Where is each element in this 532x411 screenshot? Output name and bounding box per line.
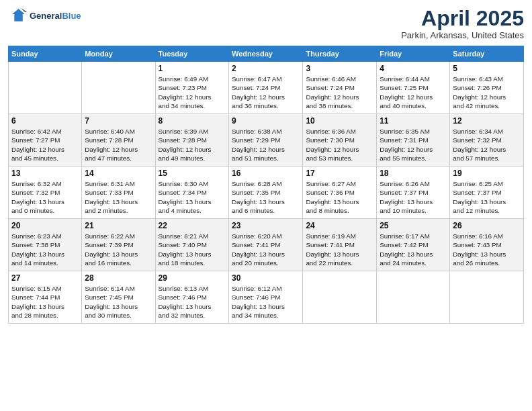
day-number: 8 bbox=[159, 116, 226, 126]
day-number: 22 bbox=[159, 221, 226, 230]
calendar-cell: 7Sunrise: 6:40 AM Sunset: 7:28 PM Daylig… bbox=[82, 114, 155, 167]
day-info: Sunrise: 6:13 AM Sunset: 7:46 PM Dayligh… bbox=[159, 284, 226, 320]
day-info: Sunrise: 6:25 AM Sunset: 7:37 PM Dayligh… bbox=[453, 179, 521, 215]
location: Parkin, Arkansas, United States bbox=[401, 30, 524, 40]
weekday-header-saturday: Saturday bbox=[450, 46, 524, 62]
calendar-cell: 19Sunrise: 6:25 AM Sunset: 7:37 PM Dayli… bbox=[450, 167, 524, 219]
calendar-week-1: 1Sunrise: 6:49 AM Sunset: 7:23 PM Daylig… bbox=[9, 62, 524, 114]
calendar-cell: 6Sunrise: 6:42 AM Sunset: 7:27 PM Daylig… bbox=[9, 114, 82, 167]
calendar-cell: 29Sunrise: 6:13 AM Sunset: 7:46 PM Dayli… bbox=[155, 271, 228, 324]
calendar-cell: 23Sunrise: 6:20 AM Sunset: 7:41 PM Dayli… bbox=[228, 219, 302, 271]
title-block: April 2025 Parkin, Arkansas, United Stat… bbox=[401, 7, 524, 40]
calendar-cell: 3Sunrise: 6:46 AM Sunset: 7:24 PM Daylig… bbox=[303, 62, 377, 114]
calendar-cell: 1Sunrise: 6:49 AM Sunset: 7:23 PM Daylig… bbox=[155, 62, 228, 114]
month-title: April 2025 bbox=[401, 7, 524, 30]
calendar-cell: 15Sunrise: 6:30 AM Sunset: 7:34 PM Dayli… bbox=[155, 167, 228, 219]
day-info: Sunrise: 6:38 AM Sunset: 7:29 PM Dayligh… bbox=[232, 127, 300, 163]
day-info: Sunrise: 6:39 AM Sunset: 7:28 PM Dayligh… bbox=[159, 127, 226, 163]
day-info: Sunrise: 6:46 AM Sunset: 7:24 PM Dayligh… bbox=[306, 75, 373, 110]
day-info: Sunrise: 6:27 AM Sunset: 7:36 PM Dayligh… bbox=[306, 179, 373, 215]
day-number: 27 bbox=[11, 273, 79, 283]
day-number: 23 bbox=[232, 221, 300, 230]
calendar-cell: 12Sunrise: 6:34 AM Sunset: 7:32 PM Dayli… bbox=[450, 114, 524, 167]
calendar-cell bbox=[303, 271, 377, 324]
day-number: 28 bbox=[85, 273, 152, 283]
day-info: Sunrise: 6:23 AM Sunset: 7:38 PM Dayligh… bbox=[11, 232, 79, 267]
calendar-cell: 25Sunrise: 6:17 AM Sunset: 7:42 PM Dayli… bbox=[377, 219, 450, 271]
day-number: 21 bbox=[85, 221, 152, 230]
calendar-cell: 16Sunrise: 6:28 AM Sunset: 7:35 PM Dayli… bbox=[228, 167, 302, 219]
day-number: 26 bbox=[453, 221, 521, 230]
weekday-header-row: SundayMondayTuesdayWednesdayThursdayFrid… bbox=[9, 46, 524, 62]
weekday-header-tuesday: Tuesday bbox=[155, 46, 228, 62]
calendar-week-5: 27Sunrise: 6:15 AM Sunset: 7:44 PM Dayli… bbox=[9, 271, 524, 324]
day-number: 19 bbox=[453, 169, 521, 178]
calendar-cell: 13Sunrise: 6:32 AM Sunset: 7:32 PM Dayli… bbox=[9, 167, 82, 219]
calendar-table: SundayMondayTuesdayWednesdayThursdayFrid… bbox=[8, 46, 524, 324]
calendar-cell: 17Sunrise: 6:27 AM Sunset: 7:36 PM Dayli… bbox=[303, 167, 377, 219]
calendar-cell bbox=[9, 62, 82, 114]
day-info: Sunrise: 6:42 AM Sunset: 7:27 PM Dayligh… bbox=[11, 127, 79, 163]
logo: GeneralBlue bbox=[8, 7, 81, 26]
logo-icon bbox=[8, 7, 27, 26]
calendar-cell: 28Sunrise: 6:14 AM Sunset: 7:45 PM Dayli… bbox=[82, 271, 155, 324]
weekday-header-monday: Monday bbox=[82, 46, 155, 62]
calendar-cell: 5Sunrise: 6:43 AM Sunset: 7:26 PM Daylig… bbox=[450, 62, 524, 114]
main-container: GeneralBlue April 2025 Parkin, Arkansas,… bbox=[0, 0, 532, 329]
day-info: Sunrise: 6:40 AM Sunset: 7:28 PM Dayligh… bbox=[85, 127, 152, 163]
day-number: 30 bbox=[232, 273, 300, 283]
calendar-cell: 30Sunrise: 6:12 AM Sunset: 7:46 PM Dayli… bbox=[228, 271, 302, 324]
day-info: Sunrise: 6:35 AM Sunset: 7:31 PM Dayligh… bbox=[380, 127, 447, 163]
weekday-header-friday: Friday bbox=[377, 46, 450, 62]
day-number: 24 bbox=[306, 221, 373, 230]
calendar-cell: 11Sunrise: 6:35 AM Sunset: 7:31 PM Dayli… bbox=[377, 114, 450, 167]
day-number: 16 bbox=[232, 169, 300, 178]
day-info: Sunrise: 6:31 AM Sunset: 7:33 PM Dayligh… bbox=[85, 179, 152, 215]
calendar-cell: 22Sunrise: 6:21 AM Sunset: 7:40 PM Dayli… bbox=[155, 219, 228, 271]
day-info: Sunrise: 6:32 AM Sunset: 7:32 PM Dayligh… bbox=[11, 179, 79, 215]
day-number: 18 bbox=[380, 169, 447, 178]
day-info: Sunrise: 6:43 AM Sunset: 7:26 PM Dayligh… bbox=[453, 75, 521, 110]
day-number: 20 bbox=[11, 221, 79, 230]
day-number: 29 bbox=[159, 273, 226, 283]
calendar-cell: 4Sunrise: 6:44 AM Sunset: 7:25 PM Daylig… bbox=[377, 62, 450, 114]
calendar-cell: 9Sunrise: 6:38 AM Sunset: 7:29 PM Daylig… bbox=[228, 114, 302, 167]
day-info: Sunrise: 6:22 AM Sunset: 7:39 PM Dayligh… bbox=[85, 232, 152, 267]
calendar-cell: 27Sunrise: 6:15 AM Sunset: 7:44 PM Dayli… bbox=[9, 271, 82, 324]
calendar-cell: 24Sunrise: 6:19 AM Sunset: 7:41 PM Dayli… bbox=[303, 219, 377, 271]
day-info: Sunrise: 6:26 AM Sunset: 7:37 PM Dayligh… bbox=[380, 179, 447, 215]
calendar-week-2: 6Sunrise: 6:42 AM Sunset: 7:27 PM Daylig… bbox=[9, 114, 524, 167]
day-info: Sunrise: 6:19 AM Sunset: 7:41 PM Dayligh… bbox=[306, 232, 373, 267]
day-info: Sunrise: 6:14 AM Sunset: 7:45 PM Dayligh… bbox=[85, 284, 152, 320]
day-info: Sunrise: 6:12 AM Sunset: 7:46 PM Dayligh… bbox=[232, 284, 300, 320]
day-number: 3 bbox=[306, 64, 373, 73]
calendar-week-3: 13Sunrise: 6:32 AM Sunset: 7:32 PM Dayli… bbox=[9, 167, 524, 219]
header: GeneralBlue April 2025 Parkin, Arkansas,… bbox=[8, 7, 524, 40]
calendar-cell: 10Sunrise: 6:36 AM Sunset: 7:30 PM Dayli… bbox=[303, 114, 377, 167]
day-number: 7 bbox=[85, 116, 152, 126]
day-number: 10 bbox=[306, 116, 373, 126]
weekday-header-wednesday: Wednesday bbox=[228, 46, 302, 62]
day-number: 25 bbox=[380, 221, 447, 230]
calendar-cell: 21Sunrise: 6:22 AM Sunset: 7:39 PM Dayli… bbox=[82, 219, 155, 271]
day-number: 13 bbox=[11, 169, 79, 178]
calendar-cell bbox=[82, 62, 155, 114]
calendar-cell: 26Sunrise: 6:16 AM Sunset: 7:43 PM Dayli… bbox=[450, 219, 524, 271]
day-number: 5 bbox=[453, 64, 521, 73]
day-info: Sunrise: 6:44 AM Sunset: 7:25 PM Dayligh… bbox=[380, 75, 447, 110]
day-info: Sunrise: 6:47 AM Sunset: 7:24 PM Dayligh… bbox=[232, 75, 300, 110]
calendar-week-4: 20Sunrise: 6:23 AM Sunset: 7:38 PM Dayli… bbox=[9, 219, 524, 271]
weekday-header-sunday: Sunday bbox=[9, 46, 82, 62]
calendar-cell bbox=[377, 271, 450, 324]
calendar-cell bbox=[450, 271, 524, 324]
calendar-cell: 20Sunrise: 6:23 AM Sunset: 7:38 PM Dayli… bbox=[9, 219, 82, 271]
logo-text: GeneralBlue bbox=[30, 11, 81, 21]
day-number: 1 bbox=[159, 64, 226, 73]
day-info: Sunrise: 6:15 AM Sunset: 7:44 PM Dayligh… bbox=[11, 284, 79, 320]
calendar-cell: 18Sunrise: 6:26 AM Sunset: 7:37 PM Dayli… bbox=[377, 167, 450, 219]
day-number: 2 bbox=[232, 64, 300, 73]
calendar-cell: 8Sunrise: 6:39 AM Sunset: 7:28 PM Daylig… bbox=[155, 114, 228, 167]
day-number: 4 bbox=[380, 64, 447, 73]
day-info: Sunrise: 6:20 AM Sunset: 7:41 PM Dayligh… bbox=[232, 232, 300, 267]
day-number: 11 bbox=[380, 116, 447, 126]
